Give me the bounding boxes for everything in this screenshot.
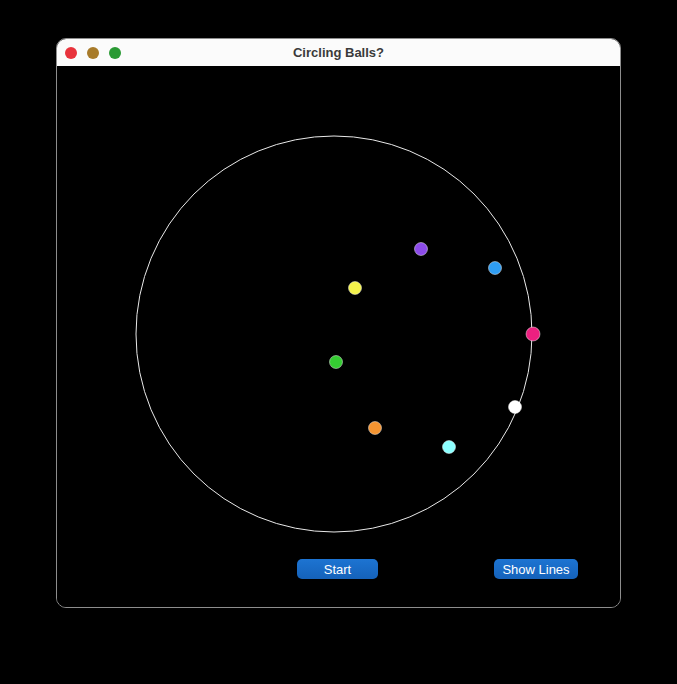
show-lines-button[interactable]: Show Lines bbox=[494, 559, 578, 579]
ball-orange bbox=[369, 422, 382, 435]
app-window: Circling Balls? Start Show Lines bbox=[56, 38, 621, 608]
minimize-button[interactable] bbox=[87, 47, 99, 59]
orbit-circle bbox=[136, 136, 532, 532]
window-titlebar[interactable]: Circling Balls? bbox=[57, 39, 620, 66]
ball-blue bbox=[489, 262, 502, 275]
ball-green bbox=[330, 356, 343, 369]
window-title: Circling Balls? bbox=[57, 39, 620, 66]
canvas-area: Start Show Lines bbox=[57, 66, 620, 607]
ball-cyan bbox=[443, 441, 456, 454]
ball-white bbox=[509, 401, 522, 414]
desktop-background: Circling Balls? Start Show Lines bbox=[0, 0, 677, 684]
balls-canvas bbox=[57, 66, 620, 607]
traffic-lights bbox=[57, 47, 121, 59]
ball-pink bbox=[526, 327, 540, 341]
start-button[interactable]: Start bbox=[297, 559, 378, 579]
close-button[interactable] bbox=[65, 47, 77, 59]
ball-purple bbox=[415, 243, 428, 256]
zoom-button[interactable] bbox=[109, 47, 121, 59]
ball-yellow bbox=[349, 282, 362, 295]
